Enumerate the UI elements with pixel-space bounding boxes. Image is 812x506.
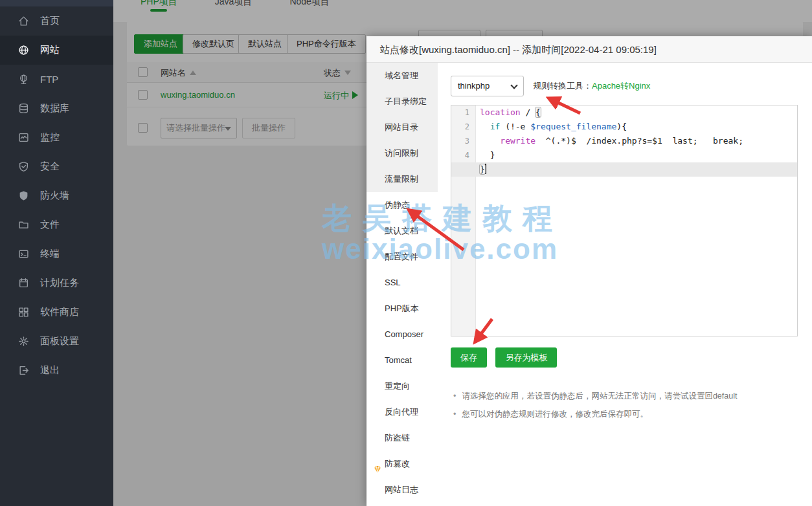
globe-icon — [18, 45, 29, 56]
converter-label: 规则转换工具： — [533, 81, 592, 91]
sidebar-item-label: 网站 — [40, 44, 60, 56]
sidebar-item-label: 文件 — [40, 219, 60, 231]
line-number: 1 — [451, 105, 475, 120]
dialog-side-menu: 域名管理子目录绑定网站目录访问限制流量限制伪静态默认文档配置文件SSLPHP版本… — [367, 63, 438, 506]
save-button[interactable]: 保存 — [451, 347, 487, 368]
sidebar-item-label: 面板设置 — [40, 335, 79, 347]
screen: PHP项目Java项目Node项目 添加站点修改默认页默认站点PHP命令行版本 … — [0, 0, 812, 506]
dialog-menu-item-label: 防篡改 — [385, 459, 410, 468]
dialog-menu-item-label: 域名管理 — [385, 71, 418, 80]
dialog-menu-item-label: Tomcat — [385, 355, 412, 365]
dialog-menu-item-label: PHP版本 — [385, 303, 419, 313]
help-notes: 请选择您的应用，若设置伪静态后，网站无法正常访问，请尝试设置回default您可… — [453, 387, 812, 423]
text-cursor — [485, 164, 486, 174]
help-note: 请选择您的应用，若设置伪静态后，网站无法正常访问，请尝试设置回default — [453, 387, 812, 405]
monitor-icon — [18, 132, 29, 143]
dialog-menu-item-配置文件[interactable]: 配置文件 — [367, 244, 438, 270]
sidebar-item-label: 安全 — [40, 160, 60, 173]
sidebar-item-防火墙[interactable]: 防火墙 — [0, 181, 113, 210]
sidebar-item-软件商店[interactable]: 软件商店 — [0, 298, 113, 327]
sidebar-item-label: FTP — [40, 74, 58, 85]
dialog-menu-item-label: 访问限制 — [385, 148, 418, 158]
sidebar: 首页网站FTP数据库监控安全防火墙文件终端计划任务软件商店面板设置退出 — [0, 0, 113, 506]
code-line: if (!-e $request_filename){ — [477, 120, 797, 134]
dialog-menu-item-伪静态[interactable]: 伪静态 — [367, 192, 438, 218]
dialog-menu-item-流量限制[interactable]: 流量限制 — [367, 166, 438, 192]
rewrite-panel: thinkphp 规则转换工具：Apache转Nginx 12345 locat… — [438, 63, 812, 506]
dialog-menu-item-默认文档[interactable]: 默认文档 — [367, 218, 438, 244]
dialog-menu-item-访问限制[interactable]: 访问限制 — [367, 140, 438, 166]
sidebar-item-数据库[interactable]: 数据库 — [0, 94, 113, 123]
dialog-menu-item-label: 重定向 — [385, 381, 410, 391]
dialog-menu-item-label: 配置文件 — [385, 252, 418, 261]
rewrite-template-select[interactable]: thinkphp — [451, 76, 524, 96]
editor-gutter: 12345 — [451, 105, 476, 336]
dialog-menu-item-防篡改[interactable]: 防篡改 — [367, 451, 438, 477]
rewrite-rule-editor[interactable]: 12345 location / { if (!-e $request_file… — [451, 105, 798, 336]
rewrite-toolbar: thinkphp 规则转换工具：Apache转Nginx — [451, 76, 812, 96]
sidebar-nav: 首页网站FTP数据库监控安全防火墙文件终端计划任务软件商店面板设置退出 — [0, 6, 113, 385]
dialog-menu-item-label: SSL — [385, 278, 401, 287]
shield-check-icon — [18, 161, 29, 172]
dialog-menu-item-反向代理[interactable]: 反向代理 — [367, 399, 438, 425]
dialog-menu-item-子目录绑定[interactable]: 子目录绑定 — [367, 89, 438, 115]
logout-icon — [18, 365, 29, 376]
dialog-menu-item-label: 网站目录 — [385, 122, 418, 132]
code-line: rewrite ^(.*)$ /index.php?s=$1 last; bre… — [477, 134, 797, 148]
sidebar-item-label: 监控 — [40, 131, 60, 144]
save-as-template-button[interactable]: 另存为模板 — [495, 347, 557, 368]
sidebar-item-监控[interactable]: 监控 — [0, 123, 113, 152]
sidebar-item-退出[interactable]: 退出 — [0, 356, 113, 385]
dialog-buttons: 保存 另存为模板 — [451, 347, 812, 368]
dialog-menu-item-网站目录[interactable]: 网站目录 — [367, 115, 438, 140]
dialog-menu-item-label: 伪静态 — [385, 200, 410, 210]
dialog-menu-item-域名管理[interactable]: 域名管理 — [367, 63, 438, 89]
code-line: location / { — [477, 105, 797, 120]
gear-icon — [18, 336, 29, 347]
sidebar-item-label: 防火墙 — [40, 190, 69, 202]
database-icon — [18, 103, 29, 114]
gold-gem-icon — [372, 459, 383, 469]
dialog-menu-item-Tomcat[interactable]: Tomcat — [367, 347, 438, 373]
dialog-menu-item-label: 子目录绑定 — [385, 96, 427, 106]
dialog-menu-item-label: Composer — [385, 329, 423, 339]
folder-icon — [18, 219, 29, 230]
help-note: 您可以对伪静态规则进行修改，修改完后保存即可。 — [453, 405, 812, 423]
dialog-menu-item-label: 默认文档 — [385, 226, 418, 236]
sidebar-item-label: 数据库 — [40, 102, 69, 115]
dialog-menu-item-Composer[interactable]: Composer — [367, 322, 438, 347]
dialog-menu-item-label: 网站日志 — [385, 485, 418, 494]
grid-icon — [18, 307, 29, 318]
dialog-menu-item-label: 防盗链 — [385, 433, 410, 443]
dialog-body: 域名管理子目录绑定网站目录访问限制流量限制伪静态默认文档配置文件SSLPHP版本… — [367, 63, 812, 506]
sidebar-item-label: 软件商店 — [40, 306, 79, 318]
sidebar-item-FTP[interactable]: FTP — [0, 65, 113, 94]
apache-to-nginx-link[interactable]: Apache转Nginx — [592, 81, 650, 91]
sidebar-item-label: 计划任务 — [40, 277, 79, 289]
dialog-menu-item-重定向[interactable]: 重定向 — [367, 373, 438, 399]
sidebar-item-网站[interactable]: 网站 — [0, 36, 113, 65]
dialog-menu-item-label: 流量限制 — [385, 174, 418, 184]
line-number: 4 — [451, 148, 475, 162]
calendar-icon — [18, 278, 29, 289]
sidebar-item-终端[interactable]: 终端 — [0, 239, 113, 269]
editor-code: location / { if (!-e $request_filename){… — [477, 105, 797, 177]
firewall-icon — [18, 190, 29, 201]
sidebar-item-计划任务[interactable]: 计划任务 — [0, 269, 113, 298]
sidebar-item-安全[interactable]: 安全 — [0, 152, 113, 181]
sidebar-item-面板设置[interactable]: 面板设置 — [0, 327, 113, 356]
sidebar-item-label: 退出 — [40, 364, 60, 377]
dialog-menu-item-网站日志[interactable]: 网站日志 — [367, 477, 438, 503]
dialog-menu-item-SSL[interactable]: SSL — [367, 270, 438, 296]
sidebar-item-label: 终端 — [40, 248, 60, 260]
dialog-menu-item-PHP版本[interactable]: PHP版本 — [367, 296, 438, 322]
sidebar-item-首页[interactable]: 首页 — [0, 6, 113, 36]
dialog-menu-item-防盗链[interactable]: 防盗链 — [367, 425, 438, 451]
line-number: 2 — [451, 120, 475, 134]
chevron-down-icon — [510, 82, 517, 89]
sidebar-item-文件[interactable]: 文件 — [0, 210, 113, 239]
code-line: } — [477, 148, 797, 162]
site-modify-dialog: 站点修改[wuxing.taomiduo.cn] -- 添加时间[2022-04… — [367, 36, 812, 506]
code-line: } — [451, 162, 797, 177]
line-number: 3 — [451, 134, 475, 148]
